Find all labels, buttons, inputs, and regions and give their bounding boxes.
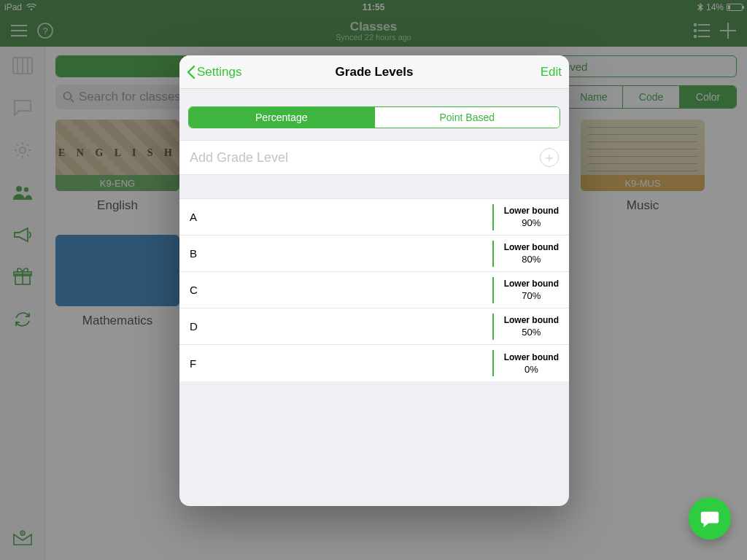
grade-letter: D <box>190 320 198 332</box>
chat-bubble-icon <box>699 508 721 529</box>
grade-pct: 80% <box>504 254 559 265</box>
edit-button[interactable]: Edit <box>541 65 562 79</box>
grade-levels-dialog: Settings Grade Levels Edit Percentage Po… <box>179 55 569 506</box>
grade-pct: 70% <box>504 290 559 301</box>
chat-fab[interactable] <box>689 497 731 540</box>
grade-list: A Lower bound 90% B Lower bound 80% <box>179 198 569 381</box>
grade-letter: F <box>190 357 196 370</box>
grade-type-seg: Percentage Point Based <box>188 106 560 128</box>
lower-bound-label: Lower bound <box>504 279 559 289</box>
back-button[interactable]: Settings <box>187 65 241 79</box>
grade-pct: 50% <box>504 327 559 338</box>
add-grade-placeholder: Add Grade Level <box>190 150 288 166</box>
dialog-nav: Settings Grade Levels Edit <box>179 55 569 89</box>
grade-row[interactable]: A Lower bound 90% <box>179 199 569 236</box>
grade-row[interactable]: F Lower bound 0% <box>179 345 569 381</box>
lower-bound-label: Lower bound <box>504 315 559 325</box>
plus-circle-icon: ＋ <box>540 148 559 167</box>
back-label: Settings <box>197 65 241 79</box>
grade-letter: B <box>190 247 197 260</box>
grade-letter: C <box>190 284 198 296</box>
lower-bound-label: Lower bound <box>504 206 559 216</box>
chevron-left-icon <box>187 65 196 79</box>
lower-bound-label: Lower bound <box>504 352 559 362</box>
grade-pct: 90% <box>504 217 559 228</box>
grade-row[interactable]: B Lower bound 80% <box>179 236 569 272</box>
lower-bound-label: Lower bound <box>504 242 559 252</box>
grade-pct: 0% <box>504 364 559 375</box>
grade-row[interactable]: C Lower bound 70% <box>179 272 569 308</box>
seg-point-based[interactable]: Point Based <box>374 107 560 128</box>
seg-percentage[interactable]: Percentage <box>189 107 374 128</box>
grade-row[interactable]: D Lower bound 50% <box>179 308 569 345</box>
add-grade-level-row[interactable]: Add Grade Level ＋ <box>179 140 569 175</box>
grade-letter: A <box>190 211 197 223</box>
